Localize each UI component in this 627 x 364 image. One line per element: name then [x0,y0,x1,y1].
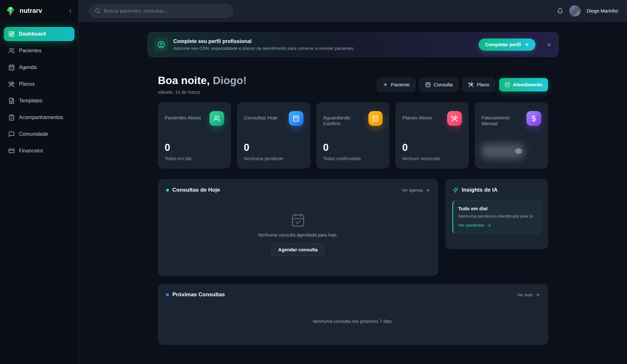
search-box[interactable] [89,4,233,18]
topbar: Diogo Marinho [79,0,627,22]
arrow-right-icon [524,42,529,47]
calendar-icon [425,82,431,87]
stat-card-faturamento-mensal: Faturamento Mensal [475,102,548,169]
upcoming-consultations-panel: Próximas Consultas Ver tudo Nenhuma cons… [158,284,548,345]
circle-user-icon [154,38,168,52]
sidebar-item-templates[interactable]: Templates [4,94,75,108]
panel-title: Consultas de Hoje [172,187,220,193]
panel-title: Insights de IA [462,187,498,193]
add-plano-button[interactable]: Plano [463,78,495,91]
calendar-check-icon [505,82,510,87]
today-consultations-panel: Consultas de Hoje Ver agenda Nenhuma con… [158,179,438,276]
sidebar-item-label: Agenda [19,65,37,70]
sidebar: nutrarv Dashboard Pacientes Agenda [0,0,79,364]
close-icon[interactable] [546,42,552,48]
ai-insights-panel: Insights de IA Tudo em dia! Nenhuma pend… [446,179,548,249]
calendar-check-icon [291,212,305,227]
add-consulta-button[interactable]: Consulta [419,78,458,91]
utensils-icon [8,81,15,87]
sidebar-item-label: Acompanhamentos [19,115,63,120]
calendar-icon [8,64,15,71]
sidebar-item-planos[interactable]: Planos [4,77,75,91]
credit-card-icon [8,148,15,154]
arrow-right-icon [535,292,540,297]
search-icon [95,8,101,14]
sidebar-item-comunidade[interactable]: Comunidade [4,127,75,141]
clipboard-check-icon [8,114,15,121]
button-label: Atendimento [513,82,543,87]
sidebar-item-pacientes[interactable]: Pacientes [4,44,75,58]
main-area: Diogo Marinho Complete seu perfil profis… [79,0,627,364]
bell-icon[interactable] [557,8,563,14]
eye-icon[interactable] [515,147,522,155]
add-atendimento-button[interactable]: Atendimento [499,78,548,91]
greeting-block: Boa noite, Diogo! sábado, 14 de março [158,74,247,95]
quick-actions: Paciente Consulta Plano [377,78,548,91]
stat-subtitle: Todas confirmadas [323,156,383,161]
stat-subtitle: Nenhuma pendente [244,156,304,161]
stat-title: Consultas Hoje [244,115,278,121]
stat-title: Planos Ativos [402,115,432,121]
dollar-icon [526,111,541,126]
stat-title: Pacientes Ativos [165,115,201,121]
message-icon [8,131,15,137]
stat-subtitle: Todos em dia [165,156,225,161]
profile-banner: Complete seu perfil profissional Adicion… [147,32,559,57]
stat-card-aguardando-confirm: Aguardando Confirm. 0 Todas confirmadas [316,102,390,169]
link-label: Ver pacientes [458,223,485,228]
ver-pacientes-link[interactable]: Ver pacientes [458,223,536,228]
agendar-consulta-button[interactable]: Agendar consulta [271,243,324,256]
button-label: Consulta [434,82,453,87]
sidebar-item-label: Financeiro [19,148,43,154]
stat-card-consultas-hoje: Consultas Hoje 0 Nenhuma pendente [237,102,310,169]
content: Complete seu perfil profissional Adicion… [79,22,627,364]
stats-row: Pacientes Ativos 0 Todos em dia Consulta… [158,102,548,169]
topbar-right: Diogo Marinho [557,5,618,17]
insight-card: Tudo em dia! Nenhuma pendência identific… [452,200,541,234]
page-title: Boa noite, Diogo! [158,74,247,87]
upcoming-empty-state: Nenhuma consulta nos próximos 7 dias. [158,298,548,344]
add-paciente-button[interactable]: Paciente [377,78,415,91]
greeting-prefix: Boa noite, [158,74,210,86]
users-icon [8,48,15,54]
insight-text: Nenhuma pendência identificada pela IA [458,214,536,219]
blue-dot-icon [166,293,169,296]
stat-value: 0 [402,142,462,153]
stat-card-pacientes-ativos: Pacientes Ativos 0 Todos em dia [158,102,231,169]
sidebar-item-acompanhamentos[interactable]: Acompanhamentos [4,110,75,125]
sidebar-item-financeiro[interactable]: Financeiro [4,144,75,158]
banner-texts: Complete seu perfil profissional Adicion… [173,39,355,51]
user-name[interactable]: Diogo Marinho [587,8,618,13]
sidebar-item-label: Templates [19,98,42,104]
stat-subtitle: Nenhum vencendo [402,156,462,161]
banner-title: Complete seu perfil profissional [173,39,355,44]
user-avatar[interactable] [569,5,581,17]
stat-value: 0 [165,142,225,153]
calendar-icon [289,111,304,126]
stat-title: Faturamento Mensal [481,115,526,126]
hidden-revenue-value [481,141,541,161]
sparkles-icon [452,187,458,193]
banner-subtitle: Adicione seu CRN, especialidade e planos… [173,46,355,51]
sidebar-item-agenda[interactable]: Agenda [4,60,75,74]
sidebar-item-dashboard[interactable]: Dashboard [4,27,75,41]
insight-title: Tudo em dia! [458,206,536,211]
ver-agenda-link[interactable]: Ver agenda [402,188,430,193]
complete-profile-label: Completar perfil [485,42,521,47]
stat-title: Aguardando Confirm. [323,115,368,126]
search-input[interactable] [104,8,228,13]
sidebar-collapse-button[interactable] [67,8,73,14]
arrow-right-icon [487,223,491,228]
complete-profile-button[interactable]: Completar perfil [479,39,535,51]
panel-title: Próximas Consultas [172,291,225,298]
greeting-date: sábado, 14 de março [158,90,247,95]
button-label: Plano [477,82,489,87]
link-label: Ver tudo [517,292,533,297]
sidebar-header: nutrarv [0,0,78,22]
users-icon [209,111,224,126]
stat-value: 0 [323,142,383,153]
sidebar-nav: Dashboard Pacientes Agenda Planos Templa… [0,22,78,163]
utensils-icon [447,111,462,126]
sidebar-item-label: Dashboard [19,31,46,37]
ver-tudo-link[interactable]: Ver tudo [517,292,540,297]
